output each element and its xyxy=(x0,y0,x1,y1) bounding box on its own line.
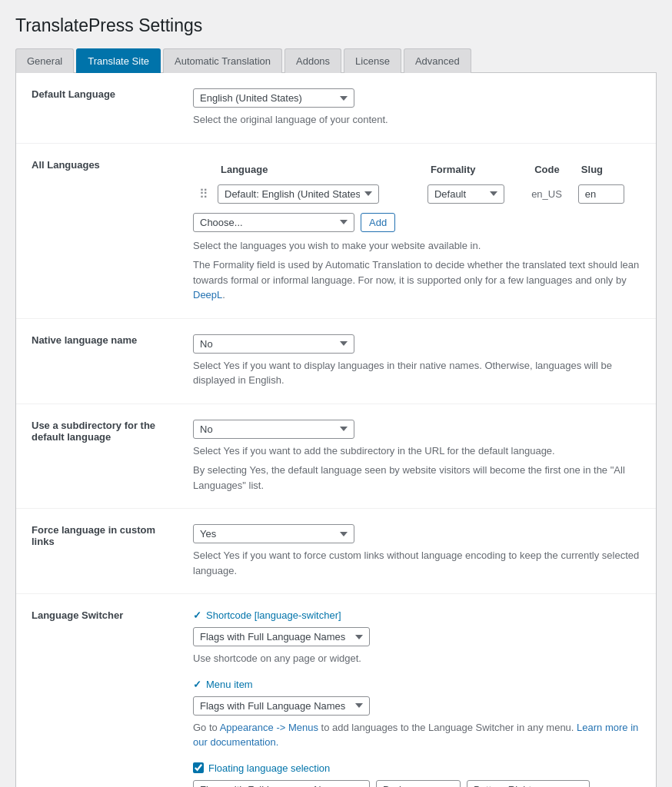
settings-panel: Default Language English (United States)… xyxy=(15,73,657,787)
native-language-label: Native language name xyxy=(32,334,137,346)
shortcode-section: ✓ Shortcode [language-switcher] Flags wi… xyxy=(193,609,640,666)
col-header-slug: Slug xyxy=(575,159,640,180)
force-language-description: Select Yes if you want to force custom l… xyxy=(193,548,640,578)
force-language-select[interactable]: Yes xyxy=(193,524,354,543)
tab-addons[interactable]: Addons xyxy=(284,48,341,73)
language-code: en_US xyxy=(531,188,562,200)
all-languages-row: All Languages Language Formality Code Sl… xyxy=(16,143,656,318)
force-language-row: Force language in custom links Yes Selec… xyxy=(16,509,656,594)
menu-item-row: Flags with Full Language Names xyxy=(193,696,640,716)
languages-table: Language Formality Code Slug ⠿ xyxy=(193,159,640,208)
tab-license[interactable]: License xyxy=(344,48,401,73)
tabs-nav: General Translate Site Automatic Transla… xyxy=(15,48,657,73)
formality-select[interactable]: Default xyxy=(427,184,504,204)
floating-checkbox-label[interactable]: Floating language selection xyxy=(193,762,640,774)
appearance-menus-link[interactable]: Appearance -> Menus xyxy=(220,722,318,733)
default-language-label: Default Language xyxy=(32,88,115,100)
native-language-description: Select Yes if you want to display langua… xyxy=(193,358,640,388)
subdirectory-row: Use a subdirectory for the default langu… xyxy=(16,403,656,509)
language-switcher-label: Language Switcher xyxy=(32,609,123,621)
floating-section: Floating language selection Flags with F… xyxy=(193,762,640,788)
shortcode-label: ✓ Shortcode [language-switcher] xyxy=(193,609,640,621)
language-select[interactable]: Default: English (United States) xyxy=(218,184,379,204)
form-table: Default Language English (United States)… xyxy=(16,73,656,787)
default-language-description: Select the original language of your con… xyxy=(193,112,640,128)
floating-checkbox[interactable] xyxy=(193,762,204,773)
drag-handle-icon[interactable]: ⠿ xyxy=(196,188,211,201)
force-language-label: Force language in custom links xyxy=(32,524,155,547)
tab-translate-site[interactable]: Translate Site xyxy=(76,48,161,73)
shortcode-label-text: Shortcode [language-switcher] xyxy=(206,609,341,621)
subdirectory-description-1: Select Yes if you want to add the subdir… xyxy=(193,443,640,459)
floating-display-select[interactable]: Flags with Full Language Names xyxy=(193,780,370,788)
subdirectory-select[interactable]: No xyxy=(193,420,354,439)
menu-item-check-icon: ✓ xyxy=(193,679,201,690)
subdirectory-label: Use a subdirectory for the default langu… xyxy=(32,420,155,443)
native-language-select[interactable]: No xyxy=(193,334,354,354)
default-language-row: Default Language English (United States)… xyxy=(16,73,656,143)
shortcode-display-select[interactable]: Flags with Full Language Names xyxy=(193,627,370,646)
menu-item-label: ✓ Menu item xyxy=(193,679,640,690)
page-title: TranslatePress Settings xyxy=(15,15,657,36)
native-language-row: Native language name No Select Yes if yo… xyxy=(16,318,656,403)
shortcode-check-icon: ✓ xyxy=(193,609,201,621)
subdirectory-description-2: By selecting Yes, the default language s… xyxy=(193,463,640,493)
col-header-formality: Formality xyxy=(424,159,528,180)
tab-automatic-translation[interactable]: Automatic Translation xyxy=(163,48,282,73)
language-row: ⠿ Default: English (United States) xyxy=(193,180,640,208)
tab-general[interactable]: General xyxy=(15,48,74,73)
floating-label-text: Floating language selection xyxy=(208,762,330,774)
col-header-language: Language xyxy=(215,159,424,180)
floating-controls-row: Flags with Full Language Names Dark Bott… xyxy=(193,780,640,788)
language-slug-input[interactable] xyxy=(578,184,624,204)
all-languages-label: All Languages xyxy=(32,159,100,171)
add-language-controls: Choose... Add xyxy=(193,213,640,232)
menu-item-display-select[interactable]: Flags with Full Language Names xyxy=(193,696,370,716)
default-language-select[interactable]: English (United States) xyxy=(193,88,354,108)
choose-language-select[interactable]: Choose... xyxy=(193,213,354,232)
tab-advanced[interactable]: Advanced xyxy=(404,48,471,73)
floating-position-select[interactable]: Bottom Right xyxy=(467,780,590,788)
col-header-code: Code xyxy=(528,159,575,180)
menu-item-description: Go to Appearance -> Menus to add languag… xyxy=(193,720,640,750)
menu-item-label-text: Menu item xyxy=(206,679,253,690)
add-language-button[interactable]: Add xyxy=(361,213,395,232)
language-switcher-row: Language Switcher ✓ Shortcode [language-… xyxy=(16,594,656,788)
shortcode-row: Flags with Full Language Names xyxy=(193,627,640,646)
floating-theme-select[interactable]: Dark xyxy=(376,780,461,788)
shortcode-description: Use shortcode on any page or widget. xyxy=(193,651,640,666)
all-languages-description-2: The Formality field is used by Automatic… xyxy=(193,257,640,303)
all-languages-description-1: Select the languages you wish to make yo… xyxy=(193,238,640,254)
menu-item-section: ✓ Menu item Flags with Full Language Nam… xyxy=(193,679,640,750)
deepl-link[interactable]: DeepL xyxy=(193,289,222,301)
